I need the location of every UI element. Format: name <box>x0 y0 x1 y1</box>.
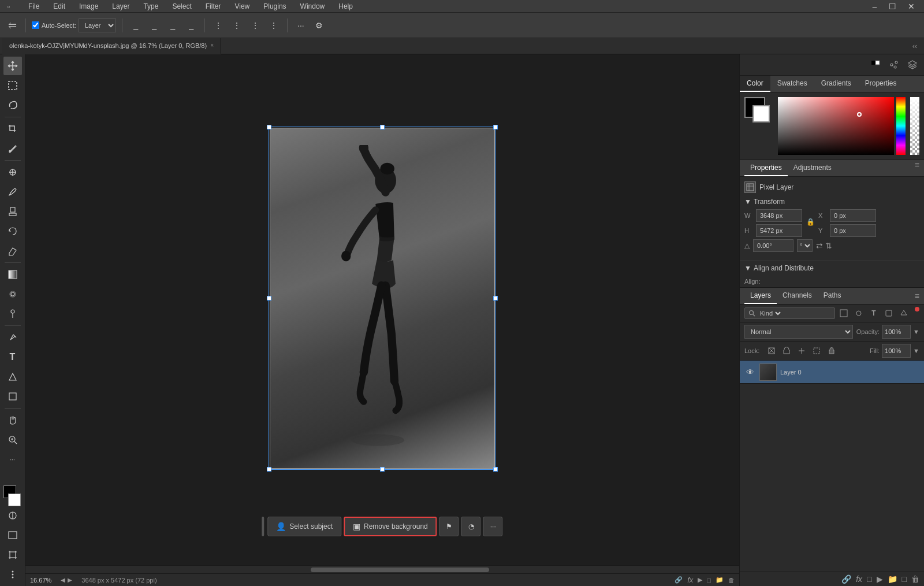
dodge-tool[interactable] <box>3 305 22 323</box>
distribute-left-btn[interactable]: ⋮ <box>211 18 226 33</box>
lock-position-btn[interactable] <box>795 344 808 357</box>
layer-visibility-toggle[interactable]: 👁 <box>744 366 756 378</box>
align-right-btn[interactable]: ⎯ <box>165 18 180 33</box>
delete-layer-btn[interactable]: 🗑 <box>911 574 919 584</box>
lock-image-btn[interactable] <box>780 344 793 357</box>
menu-image[interactable]: Image <box>77 1 100 12</box>
distribute-more-btn[interactable]: ⋮ <box>266 18 281 33</box>
opacity-arrow[interactable]: ▼ <box>913 328 919 335</box>
lock-artboard-btn[interactable] <box>810 344 823 357</box>
angle-select[interactable]: ° <box>797 239 813 252</box>
layers-icon[interactable] <box>904 57 921 73</box>
color-panel-icon[interactable] <box>867 57 884 73</box>
healing-tool[interactable] <box>3 163 22 181</box>
filter-smart-btn[interactable] <box>897 307 910 320</box>
minimize-btn[interactable]: ‒ <box>870 1 880 12</box>
refine-edge-btn[interactable]: ⚑ <box>439 517 459 536</box>
menu-file[interactable]: File <box>26 1 42 12</box>
remove-background-btn[interactable]: ▣ Remove background <box>344 517 437 536</box>
nav-prev-btn[interactable]: ◀ <box>61 577 65 583</box>
stamp-tool[interactable] <box>3 202 22 221</box>
menu-filter[interactable]: Filter <box>203 1 223 12</box>
layer-item[interactable]: 👁 Layer 0 <box>740 361 924 384</box>
distribute-center-btn[interactable]: ⋮ <box>229 18 244 33</box>
channels-tab[interactable]: Channels <box>777 288 818 304</box>
align-header[interactable]: ▼ Align and Distribute <box>740 261 924 276</box>
history-brush-tool[interactable] <box>3 222 22 240</box>
fill-arrow[interactable]: ▼ <box>913 347 919 354</box>
menu-help[interactable]: Help <box>336 1 355 12</box>
crop-tool[interactable] <box>3 120 22 138</box>
selection-tool[interactable] <box>3 76 22 95</box>
eyedropper-tool[interactable] <box>3 139 22 158</box>
flip-h-btn[interactable]: ⇄ <box>816 241 823 250</box>
select-subject-btn[interactable]: 👤 Select subject <box>267 517 341 536</box>
close-btn[interactable]: ✕ <box>906 1 917 12</box>
new-group-btn[interactable]: 📁 <box>888 574 897 584</box>
panel-collapse-btn[interactable]: ‹‹ <box>908 42 922 50</box>
filter-adjust-btn[interactable] <box>852 307 865 320</box>
adjustment-layer-btn[interactable]: ▶ <box>877 574 883 584</box>
filter-pixel-btn[interactable] <box>837 307 850 320</box>
kind-select[interactable]: Kind <box>758 309 783 317</box>
more-options-btn[interactable]: ··· <box>293 18 308 33</box>
menu-plugins[interactable]: Plugins <box>261 1 288 12</box>
fill-input[interactable] <box>882 344 911 358</box>
background-color[interactable] <box>8 494 21 506</box>
zoom-tool[interactable] <box>3 431 22 449</box>
color-tab[interactable]: Color <box>740 76 770 92</box>
y-input[interactable] <box>830 224 876 237</box>
properties-color-tab[interactable]: Properties <box>858 76 904 92</box>
settings-btn[interactable]: ⚙ <box>312 18 327 33</box>
maximize-btn[interactable]: ☐ <box>886 1 899 12</box>
bg-color-swatch[interactable] <box>752 105 770 123</box>
align-top-btn[interactable]: ⎯ <box>184 18 199 33</box>
lock-transparent-btn[interactable] <box>765 344 778 357</box>
layer-styles-btn[interactable]: fx <box>856 574 862 584</box>
flip-v-btn[interactable]: ⇅ <box>825 241 832 250</box>
adjustments-tab[interactable]: Adjustments <box>788 160 837 176</box>
screen-mode-btn[interactable] <box>3 526 22 544</box>
layers-options-btn[interactable]: ≡ <box>915 291 919 301</box>
quick-mask-btn[interactable] <box>3 506 22 525</box>
properties-tab[interactable]: Properties <box>744 160 788 176</box>
scrollbar-thumb[interactable] <box>311 568 489 572</box>
gradient-tool[interactable] <box>3 265 22 284</box>
paths-tab[interactable]: Paths <box>818 288 847 304</box>
lasso-tool[interactable] <box>3 96 22 114</box>
lock-all-btn[interactable] <box>825 344 838 357</box>
hand-tool[interactable] <box>3 411 22 429</box>
extras-btn[interactable] <box>3 565 22 584</box>
alpha-slider[interactable] <box>910 97 919 155</box>
document-tab[interactable]: olenka-kotyk-OJZVjMYUMdY-unsplash.jpg @ … <box>2 38 221 54</box>
path-selection-tool[interactable] <box>3 368 22 386</box>
filter-text-btn[interactable]: T <box>867 307 880 320</box>
color-gradient-field[interactable] <box>778 97 894 155</box>
swatches-tab[interactable]: Swatches <box>770 76 814 92</box>
hue-spectrum[interactable] <box>896 97 906 155</box>
gradients-tab[interactable]: Gradients <box>814 76 858 92</box>
menu-edit[interactable]: Edit <box>51 1 68 12</box>
brush-tool[interactable] <box>3 183 22 201</box>
menu-view[interactable]: View <box>232 1 252 12</box>
transform-section-header[interactable]: ▼ Transform <box>744 198 919 206</box>
shape-tool[interactable] <box>3 387 22 406</box>
opacity-input[interactable] <box>882 325 911 339</box>
properties-options-btn[interactable]: ≡ <box>915 160 919 176</box>
move-tool-options[interactable]: ⥢ <box>5 18 20 33</box>
x-input[interactable] <box>830 209 876 222</box>
canvas-content[interactable]: 👤 Select subject ▣ Remove background ⚑ ◔… <box>25 54 739 565</box>
horizontal-scrollbar[interactable] <box>25 565 739 573</box>
align-center-btn[interactable]: ⎯ <box>147 18 162 33</box>
feather-btn[interactable]: ◔ <box>461 517 481 536</box>
angle-input[interactable] <box>753 239 793 252</box>
blend-mode-select[interactable]: Normal <box>744 325 853 339</box>
nav-next-btn[interactable]: ▶ <box>68 577 72 583</box>
blur-tool[interactable] <box>3 285 22 303</box>
align-left-btn[interactable]: ⎯ <box>128 18 143 33</box>
artboard-btn[interactable] <box>3 546 22 564</box>
adjust-icon[interactable] <box>886 57 902 73</box>
autoselect-checkbox[interactable] <box>32 21 39 29</box>
menu-window[interactable]: Window <box>298 1 327 12</box>
move-tool[interactable] <box>3 57 22 75</box>
